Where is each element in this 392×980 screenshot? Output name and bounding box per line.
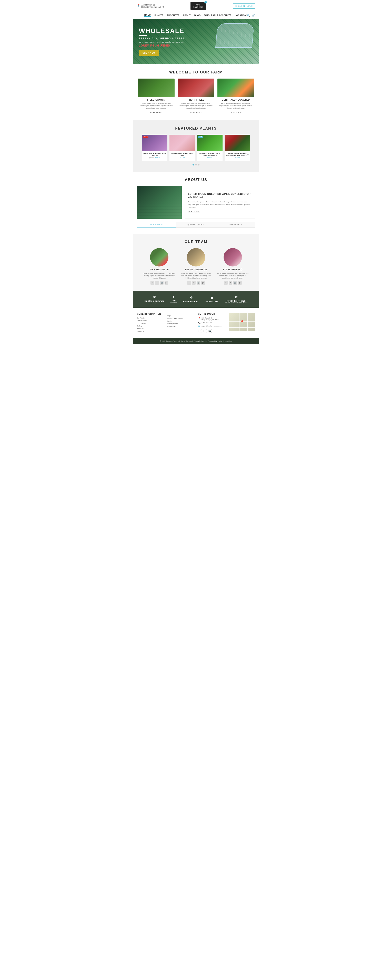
- about-inner: LOREM IPSUM DOLOR SIT AMET, CONSECTETUR …: [137, 186, 255, 219]
- get-in-touch-button[interactable]: ✉ GET IN TOUCH: [233, 3, 255, 9]
- footer-link-products[interactable]: Our Products: [137, 322, 163, 324]
- greenhouse-image: [215, 23, 254, 48]
- partner-pw: ✦ PW WINNERS: [170, 295, 177, 304]
- footer-link-contact[interactable]: Contact Us: [167, 325, 194, 327]
- fruit-trees-image: [178, 78, 214, 97]
- cart-icon[interactable]: 🛒: [252, 14, 255, 17]
- footer-link-gallery[interactable]: Gallery: [137, 325, 163, 327]
- plant-card-3[interactable]: NEW ABELIA X GRANDIFLORA KALEIDOSCOPE $1…: [197, 135, 223, 161]
- team-name-2: SUSAN ANDERSON: [180, 269, 212, 271]
- nav-wholesale[interactable]: WHOLESALE ACCOUNTS: [204, 14, 231, 16]
- footer-map: [229, 313, 255, 331]
- search-icon[interactable]: 🔍: [247, 14, 250, 17]
- footer-link-locations[interactable]: Locations: [137, 330, 163, 332]
- about-section: ABOUT US LOREM IPSUM DOLOR SIT AMET, CON…: [133, 172, 259, 234]
- plant-card-4[interactable]: CERCIS CANADENSIS CAROLINA SWEETHEART™ $…: [225, 135, 250, 161]
- dot-1[interactable]: [193, 164, 194, 165]
- team-member-2: SUSAN ANDERSON Susan joined our farm 7 y…: [180, 248, 212, 285]
- copyright: © 2020 Company Name. All Rights Reserved…: [133, 338, 259, 344]
- pw-sub: WINNERS: [170, 302, 177, 304]
- address-line1: 328 Raleigh St: [141, 4, 164, 6]
- team-desc-2: Susan joined our farm 7 years ago when w…: [180, 272, 212, 279]
- about-image: [137, 186, 182, 219]
- hero-divider: [139, 35, 147, 36]
- monrovia-icon: ◆: [206, 296, 219, 300]
- about-read-more[interactable]: READ MORE: [188, 210, 200, 212]
- twitter-icon-1[interactable]: t: [155, 281, 159, 285]
- tab-our-promise[interactable]: OUR PROMISE: [216, 222, 255, 228]
- map-road-vertical: [239, 313, 239, 331]
- nav-locations[interactable]: LOCATIONS: [235, 14, 248, 16]
- shop-now-button[interactable]: SHOP NOW: [139, 50, 159, 56]
- logo[interactable]: Your Logo Here: [191, 2, 206, 10]
- google-icon-3[interactable]: g+: [238, 281, 242, 285]
- footer-contact: GET IN TOUCH 📍 328 Raleigh StHolly Sprin…: [198, 313, 225, 333]
- instagram-icon-3[interactable]: 📷: [233, 281, 237, 285]
- instagram-icon-2[interactable]: 📷: [197, 281, 200, 285]
- header: 📍 328 Raleigh St Holly Springs, NC 27540…: [133, 0, 259, 12]
- plant-new-price-2: $15.00: [180, 157, 185, 159]
- footer-link-delivery[interactable]: Delivery Area & Rates: [167, 318, 194, 319]
- footer-location-icon: 📍: [198, 317, 201, 319]
- footer-link-faqs[interactable]: FAQs: [167, 320, 194, 322]
- twitter-icon-3[interactable]: t: [229, 281, 232, 285]
- pw-name: PW: [170, 300, 177, 302]
- nav-plants[interactable]: PLANTS: [155, 14, 163, 16]
- field-grown-image: [138, 78, 175, 97]
- tab-quality-control[interactable]: QUALITY CONTROL: [176, 222, 215, 228]
- footer-link-plants[interactable]: Our Plants: [137, 317, 163, 319]
- nav-home[interactable]: HOME: [144, 14, 151, 17]
- avatar-richard: [150, 248, 169, 266]
- fruit-trees-read-more[interactable]: READ MORE: [190, 112, 202, 114]
- logo-line1: Your: [193, 4, 203, 6]
- nav-about[interactable]: ABOUT: [183, 14, 191, 16]
- map-road-horizontal: [229, 321, 255, 321]
- plant-card-2[interactable]: ANEMONE HYBRIDA 'PINK KISS' $15.00: [169, 135, 195, 161]
- address-block: 📍 328 Raleigh St Holly Springs, NC 27540: [137, 4, 164, 8]
- nav-blog[interactable]: BLOG: [194, 14, 201, 16]
- team-member-3: STEVE RUFFALO Steve joined our farm 7 ye…: [217, 248, 249, 285]
- team-desc-1: Richard has a wide experience in every d…: [143, 272, 175, 279]
- tab-our-mission[interactable]: OUR MISSION: [137, 222, 176, 228]
- about-tabs: OUR MISSION QUALITY CONTROL OUR PROMISE: [137, 222, 255, 228]
- google-icon-2[interactable]: g+: [201, 281, 205, 285]
- dot-3[interactable]: [198, 164, 199, 165]
- map-road-horizontal-2: [229, 327, 255, 328]
- footer-link-about[interactable]: About Us: [137, 328, 163, 329]
- copyright-text: © 2020 Company Name. All Rights Reserved…: [160, 340, 232, 342]
- monrovia-name: MONROVIA: [206, 300, 219, 303]
- plant-card-1[interactable]: SALE AGASTACHE 'BEELICIOUS PURPLE' $35.0…: [142, 135, 167, 161]
- facebook-icon-1[interactable]: f: [150, 281, 154, 285]
- partner-first-editions: ✿ FIRST EDITIONS HEAR PLANTS, NEW SOLUTI…: [225, 295, 247, 304]
- welcome-section: WELCOME TO OUR FARM FIELD GROWN Lorem ip…: [133, 64, 259, 120]
- instagram-icon-1[interactable]: 📷: [160, 281, 164, 285]
- map-road-vertical-2: [247, 313, 248, 331]
- footer-link-privacy[interactable]: Privacy Policy: [167, 323, 194, 325]
- hero-content: WHOLESALE PERENNIALS, SHRUBS & TREES Lor…: [133, 21, 191, 62]
- welcome-item-field: FIELD GROWN Lorem ipsum dolor sit amet, …: [138, 78, 175, 114]
- nav-products[interactable]: PRODUCTS: [167, 14, 179, 16]
- facebook-icon-2[interactable]: f: [187, 281, 191, 285]
- facebook-icon-3[interactable]: f: [224, 281, 228, 285]
- dot-2[interactable]: [195, 164, 197, 165]
- avatar-steve: [223, 248, 242, 266]
- first-editions-sub: HEAR PLANTS, NEW SOLUTIONS: [225, 302, 247, 304]
- plant-new-price-3: $17.00: [207, 157, 212, 159]
- team-name-1: RICHARD SMITH: [143, 269, 175, 271]
- team-grid: RICHARD SMITH Richard has a wide experie…: [137, 248, 255, 285]
- footer-facebook-icon[interactable]: f: [198, 329, 202, 333]
- hero-title: WHOLESALE: [139, 27, 185, 34]
- avatar-susan: [187, 248, 205, 266]
- plant-price-4: $12.00: [225, 157, 250, 159]
- field-grown-read-more[interactable]: READ MORE: [150, 112, 162, 114]
- footer-instagram-icon[interactable]: 📷: [208, 329, 212, 333]
- centrally-located-read-more[interactable]: READ MORE: [230, 112, 242, 114]
- footer-account: Login Delivery Area & Rates FAQs Privacy…: [167, 313, 194, 333]
- footer-link-login[interactable]: Login: [167, 315, 194, 317]
- about-heading: LOREM IPSUM DOLOR SIT AMET, CONSECTETUR …: [188, 192, 252, 199]
- google-icon-1[interactable]: g+: [164, 281, 168, 285]
- footer-twitter-icon[interactable]: t: [203, 329, 207, 333]
- footer-link-new[interactable]: New for 2020: [137, 320, 163, 321]
- twitter-icon-2[interactable]: t: [192, 281, 196, 285]
- about-paragraph: Praesent varius ipsum vel eros vulputate…: [188, 201, 252, 208]
